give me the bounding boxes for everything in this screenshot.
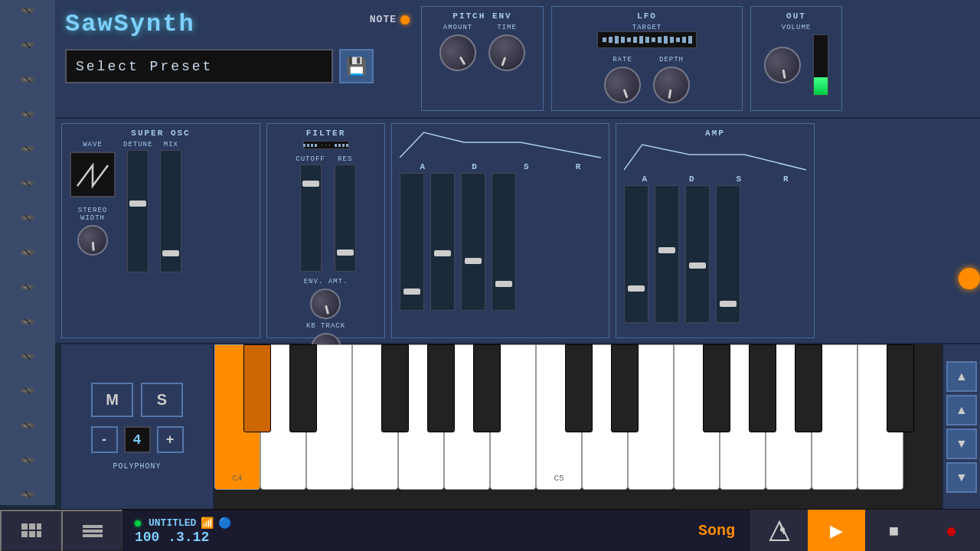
env-amt-knob[interactable] [307,285,345,323]
list-icon [81,522,104,540]
volume-knob[interactable] [761,44,804,86]
piano-key-csharp6[interactable] [887,344,914,432]
scroll-up1-button[interactable]: ▲ [946,361,977,392]
screw-5 [21,146,34,152]
super-osc-panel: SUPER OSC WAVE STEREO WIDTH [61,123,260,338]
filter-d-slider[interactable] [430,173,455,311]
play-icon: ▶ [830,521,843,541]
piano-key-gsharp5[interactable] [749,344,776,432]
grid-button[interactable] [0,510,61,551]
svg-point-11 [780,527,785,532]
env-amt-label: ENV. AMT. [304,278,348,285]
filter-d-thumb [434,250,451,256]
pitch-env-amount-label: AMOUNT [443,24,472,31]
detune-slider[interactable] [127,150,149,272]
wave-label: WAVE [83,141,103,148]
pitch-env-time-label: TIME [497,24,517,31]
lfo-depth-knob[interactable] [650,64,693,106]
m-button[interactable]: M [91,383,133,417]
screw-12 [21,388,34,393]
filter-s-label: S [515,162,537,171]
scroll-up2-button[interactable]: ▲ [946,395,977,425]
detune-label: DETUNE [123,141,152,148]
svg-rect-3 [21,531,28,537]
s-button[interactable]: S [141,383,183,417]
lfo-target-display[interactable] [597,31,697,48]
note-indicator-dot [400,15,410,24]
bottom-bar: UNTITLED 📶 🔵 100 .3.12 Song ▶ ■ [0,509,980,551]
wave-display[interactable] [70,152,116,197]
filter-a-thumb [403,289,420,295]
screw-7 [21,215,34,220]
lfo-rate-label: RATE [612,56,632,64]
lfo-rate-knob[interactable] [599,61,646,109]
lfo-depth-label: DEPTH [659,56,684,64]
record-button[interactable]: ● [923,510,980,551]
c4-label: C4 [232,474,242,483]
pitch-env-time-group: TIME [488,24,525,71]
middle-section: SUPER OSC WAVE STEREO WIDTH [0,119,980,344]
piano-key-dsharp5[interactable] [611,344,639,432]
amp-r-slider[interactable] [716,185,740,323]
filter-r-slider[interactable] [492,173,516,311]
pitch-env-amount-knob[interactable] [433,28,483,78]
preset-display[interactable]: Select Preset [65,49,333,83]
poly-plus-button[interactable]: + [157,426,184,453]
scroll-down2-button[interactable]: ▼ [946,462,977,493]
mix-slider[interactable] [160,150,181,272]
mix-slider-group: MIX [160,141,181,272]
list-button[interactable] [61,510,122,551]
poly-minus-button[interactable]: - [91,426,118,453]
play-button[interactable]: ▶ [808,510,865,551]
amp-d-label: D [681,174,702,184]
green-led-icon [135,520,141,527]
amp-a-slider[interactable] [624,185,648,323]
save-button[interactable]: 💾 [339,49,374,83]
top-section: SawSynth NOTE Select Preset 💾 PITCH ENV … [0,0,980,119]
cutoff-slider[interactable] [300,165,322,272]
amp-panel: AMP A D S R [616,123,815,338]
res-slider[interactable] [335,165,356,272]
screw-4 [21,112,34,117]
piano-key-csharp4[interactable] [243,344,271,432]
svg-marker-9 [770,522,789,540]
piano-keys: C4 C5 [214,344,942,490]
filter-s-slider[interactable] [461,173,485,311]
svg-rect-8 [83,534,103,537]
pitch-env-time-knob[interactable] [483,29,531,77]
filter-title: FILTER [306,129,346,138]
stereo-width-label: STEREO WIDTH [77,207,108,222]
song-button[interactable]: Song [683,510,750,551]
piano-key-csharp5[interactable] [565,344,593,432]
filter-pattern-display[interactable]: ··· [303,141,349,149]
piano-key-gsharp4[interactable] [427,344,455,432]
metronome-button[interactable] [750,510,808,551]
mix-thumb [162,250,179,256]
piano-key-fsharp4[interactable] [381,344,409,432]
song-label: Song [698,522,735,540]
scroll-down1-button[interactable]: ▼ [946,429,977,459]
screw-13 [21,422,34,428]
metronome-icon [767,519,792,543]
screw-1 [21,8,34,13]
filter-a-slider[interactable] [400,173,424,311]
piano-key-dsharp4[interactable] [289,344,317,432]
amp-s-slider[interactable] [685,185,710,323]
piano-key-fsharp5[interactable] [703,344,730,432]
bluetooth-icon: 🔵 [218,517,231,530]
filter-d-label: D [464,162,485,171]
transport-controls: ▶ ■ ● [750,510,980,551]
stereo-width-knob[interactable] [76,223,109,256]
orange-accent [959,268,980,289]
amp-s-thumb [689,262,706,269]
screw-6 [21,181,34,186]
piano-key-asharp4[interactable] [473,344,501,432]
mix-label: MIX [164,141,178,148]
note-label: NOTE [370,14,397,25]
transport-position: 100 .3.12 [135,530,671,545]
stop-button[interactable]: ■ [865,510,923,551]
out-panel: OUT VOLUME [750,6,842,111]
piano-key-asharp5[interactable] [795,344,822,432]
volume-label: VOLUME [782,24,811,31]
amp-d-slider[interactable] [655,185,679,323]
